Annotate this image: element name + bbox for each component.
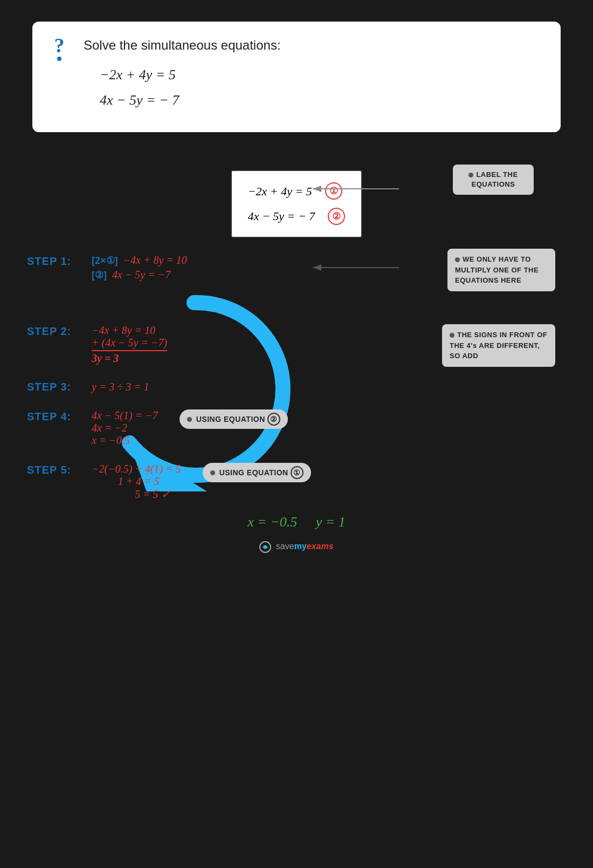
step5-line3: 5 = 5 ✓ [92, 488, 181, 501]
question-mark: ? [54, 35, 65, 56]
step1-bracket2: [②] [92, 269, 107, 281]
step3-content: y = 3 ÷ 3 = 1 [92, 381, 149, 393]
step1-callout: WE ONLY HAVE TO MULTIPLY ONE OF THE EQUA… [447, 249, 555, 291]
step4-row: STEP 4: 4x − 5(1) = −7 4x = −2 x = −0.5 … [27, 409, 566, 447]
step1-block: STEP 1: [2×①] −4x + 8y = 10 [②] 4x − 5y … [27, 254, 566, 281]
label-callout-box: LABEL THE EQUATIONS [453, 165, 534, 195]
step4-line3: x = −0.5 [92, 434, 158, 447]
step3-label: STEP 3: [27, 381, 86, 393]
step2-line3: 3y = 3 [92, 352, 167, 365]
step5-callout-text: USING EQUATION [219, 468, 288, 477]
step4-callout-dot [187, 417, 192, 422]
step5-content: −2(−0.5) + 4(1) = 5 1 + 4 = 5 5 = 5 ✓ [92, 463, 181, 501]
question-icon: ? [49, 35, 70, 62]
label-callout-area: LABEL THE EQUATIONS [453, 165, 534, 195]
question-eq2: 4x − 5y = − 7 [100, 88, 539, 113]
step1-eq2: 4x − 5y = −7 [112, 269, 170, 281]
logo-save: save [276, 542, 294, 551]
step5-callout-num: ① [291, 466, 304, 479]
step4-callout-num: ② [267, 413, 280, 426]
labeled-eq1: −2x + 4y = 5 [248, 180, 312, 203]
step1-eq1-row: [2×①] −4x + 8y = 10 [92, 254, 187, 266]
step4-line1: 4x − 5(1) = −7 [92, 409, 158, 422]
answer-y: y = 1 [316, 514, 346, 530]
step2-line2: + (4x − 5y = −7) [92, 337, 167, 351]
question-dot [57, 57, 61, 61]
question-box: ? Solve the simultaneous equations: −2x … [32, 22, 561, 132]
question-title: Solve the simultaneous equations: [84, 38, 539, 53]
step3-block: STEP 3: y = 3 ÷ 3 = 1 [27, 381, 566, 393]
step4-label: STEP 4: [27, 409, 86, 423]
labeled-eq2-row: 4x − 5y = − 7 ② [248, 205, 346, 228]
step3-row: STEP 3: y = 3 ÷ 3 = 1 [27, 381, 566, 393]
step1-eq1: −4x + 8y = 10 [123, 254, 187, 266]
step1-bracket1: [2×①] [92, 255, 118, 266]
labeled-eq1-row: −2x + 4y = 5 ① [248, 180, 346, 203]
steps-container: STEP 1: [2×①] −4x + 8y = 10 [②] 4x − 5y … [27, 254, 566, 530]
step2-callout-dot [450, 333, 454, 338]
step1-label: STEP 1: [27, 254, 86, 268]
step4-content: 4x − 5(1) = −7 4x = −2 x = −0.5 [92, 409, 158, 447]
logo-exams: exams [307, 542, 334, 551]
step5-label: STEP 5: [27, 463, 86, 476]
step1-callout-text: WE ONLY HAVE TO MULTIPLY ONE OF THE EQUA… [455, 255, 539, 284]
step2-callout-text: THE SIGNS IN FRONT OF THE 4's ARE DIFFER… [450, 331, 547, 360]
step1-callout-dot [455, 257, 460, 262]
step5-row: STEP 5: −2(−0.5) + 4(1) = 5 1 + 4 = 5 5 … [27, 463, 566, 501]
circle-num-1: ① [325, 182, 342, 200]
step2-content: −4x + 8y = 10 + (4x − 5y = −7) 3y = 3 [92, 324, 167, 365]
step5-block: STEP 5: −2(−0.5) + 4(1) = 5 1 + 4 = 5 5 … [27, 463, 566, 501]
answer-x: x = −0.5 [247, 514, 297, 530]
labeled-equations-section: −2x + 4y = 5 ① 4x − 5y = − 7 ② LABEL THE… [27, 170, 566, 238]
final-answer: x = −0.5 y = 1 [27, 514, 566, 530]
step1-eq2-row: [②] 4x − 5y = −7 [92, 269, 187, 281]
step2-callout: THE SIGNS IN FRONT OF THE 4's ARE DIFFER… [442, 324, 555, 367]
question-equations: −2x + 4y = 5 4x − 5y = − 7 [100, 63, 539, 113]
step2-line1: −4x + 8y = 10 [92, 324, 167, 337]
step5-callout: USING EQUATION ① [203, 463, 311, 482]
step4-line2: 4x = −2 [92, 422, 158, 434]
step5-callout-dot [210, 470, 215, 475]
step4-block: STEP 4: 4x − 5(1) = −7 4x = −2 x = −0.5 … [27, 409, 566, 447]
step4-callout-text: USING EQUATION [196, 415, 265, 423]
labeled-equations-box: −2x + 4y = 5 ① 4x − 5y = − 7 ② [231, 170, 363, 238]
label-callout-dot [468, 173, 473, 177]
step2-label: STEP 2: [27, 324, 86, 338]
step5-line2: 1 + 4 = 5 [92, 475, 181, 488]
step2-block: STEP 2: −4x + 8y = 10 + (4x − 5y = −7) 3… [27, 324, 566, 365]
step5-line1: −2(−0.5) + 4(1) = 5 [92, 463, 181, 475]
question-text: Solve the simultaneous equations: −2x + … [84, 38, 539, 113]
circle-num-2: ② [328, 208, 345, 225]
logo-area: savemyexams [27, 541, 566, 553]
logo-my: my [294, 542, 307, 551]
logo-icon [259, 541, 271, 553]
step1-content: [2×①] −4x + 8y = 10 [②] 4x − 5y = −7 [92, 254, 187, 281]
step4-callout: USING EQUATION ② [180, 409, 288, 429]
label-callout-text: LABEL THE EQUATIONS [472, 170, 518, 188]
question-eq1: −2x + 4y = 5 [100, 63, 539, 88]
labeled-eq2: 4x − 5y = − 7 [248, 205, 315, 228]
